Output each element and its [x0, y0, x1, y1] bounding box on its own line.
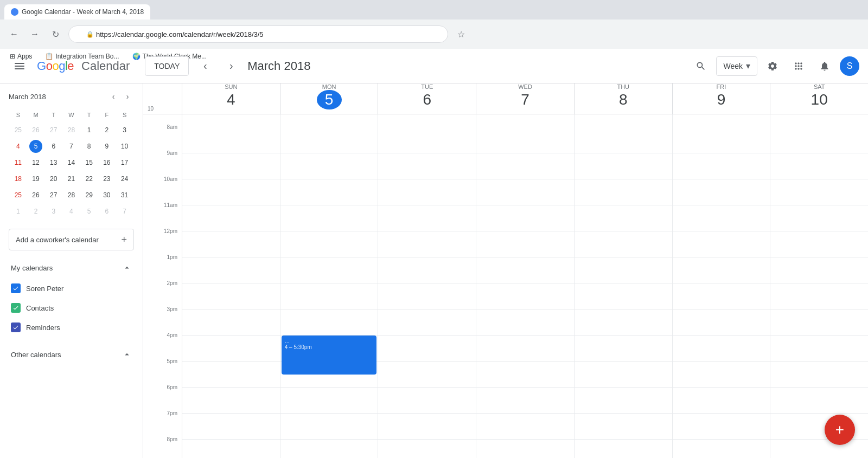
view-selector[interactable]: Week ▾	[716, 56, 757, 76]
mini-cal-day[interactable]: 16	[99, 155, 116, 170]
mini-cal-day[interactable]: 14	[63, 155, 80, 170]
day-header-sun[interactable]: SUN 4	[182, 83, 280, 114]
user-avatar[interactable]: S	[840, 56, 859, 76]
mini-cal-day[interactable]: 19	[28, 171, 44, 186]
mini-cal-day[interactable]: 2	[99, 122, 116, 138]
forward-button[interactable]: →	[27, 27, 42, 42]
mini-cal-day[interactable]: 6	[45, 139, 62, 154]
apps-grid-button[interactable]	[788, 55, 809, 77]
address-bar: ← → ↻ 🔒 https://calendar.google.com/cale…	[0, 20, 868, 49]
search-button[interactable]	[690, 55, 712, 77]
mini-cal-day[interactable]: 26	[28, 188, 44, 203]
mini-cal-day[interactable]: 27	[45, 122, 62, 138]
dow-sat: S	[116, 108, 133, 121]
col-sun[interactable]	[182, 114, 280, 458]
mini-cal-day[interactable]: 29	[81, 188, 98, 203]
add-coworker-button[interactable]: Add a coworker's calendar +	[9, 229, 134, 250]
mini-cal-day[interactable]: 26	[28, 122, 44, 138]
mini-cal-day[interactable]: 11	[10, 155, 27, 170]
col-mon[interactable]: ... 4 – 5:30pm	[280, 114, 379, 458]
checkbox-contacts[interactable]	[11, 303, 21, 313]
calendar-item-contacts[interactable]: Contacts	[9, 298, 134, 318]
collapse-icon	[122, 263, 132, 273]
mini-cal-day[interactable]: 25	[10, 188, 27, 203]
col-thu[interactable]	[575, 114, 673, 458]
plus-icon: +	[121, 234, 127, 246]
mini-cal-day[interactable]: 6	[99, 204, 116, 219]
notifications-button[interactable]	[814, 55, 835, 77]
reload-button[interactable]: ↻	[48, 27, 63, 42]
other-calendars-header[interactable]: Other calendars	[9, 344, 134, 365]
calendar-item-reminders[interactable]: Reminders	[9, 318, 134, 337]
mini-cal-day[interactable]: 12	[28, 155, 44, 170]
prev-week-button[interactable]: ‹	[195, 56, 215, 76]
mini-cal-day[interactable]: 1	[81, 122, 98, 138]
day-header-tue[interactable]: TUE 6	[378, 83, 476, 114]
mini-cal-day[interactable]: 3	[45, 204, 62, 219]
col-tue[interactable]	[378, 114, 476, 458]
mini-cal-day[interactable]: 7	[63, 139, 80, 154]
mini-cal-day[interactable]: 18	[10, 171, 27, 186]
mini-cal-day[interactable]: 21	[63, 171, 80, 186]
day-header-fri[interactable]: FRI 9	[673, 83, 771, 114]
mini-cal-day[interactable]: 22	[81, 171, 98, 186]
day-header-sat[interactable]: SAT 10	[770, 83, 868, 114]
mini-cal-day[interactable]: 5	[28, 139, 44, 154]
mini-cal-prev[interactable]: ‹	[107, 90, 120, 103]
mini-cal-day[interactable]: 1	[10, 204, 27, 219]
day-header-thu[interactable]: THU 8	[575, 83, 673, 114]
menu-button[interactable]	[9, 55, 30, 77]
mini-cal-day[interactable]: 20	[45, 171, 62, 186]
mini-cal-day[interactable]: 13	[45, 155, 62, 170]
mini-cal-day[interactable]: 5	[81, 204, 98, 219]
active-tab[interactable]: Google Calendar - Week of March 4, 2018	[4, 4, 150, 20]
mini-cal-day[interactable]: 15	[81, 155, 98, 170]
back-button[interactable]: ←	[7, 27, 22, 42]
calendar-label-soren: Soren Peter	[26, 285, 63, 293]
checkbox-soren[interactable]	[11, 283, 21, 293]
mini-cal-day[interactable]: 28	[63, 122, 80, 138]
col-wed[interactable]	[476, 114, 575, 458]
mini-cal-day[interactable]: 9	[99, 139, 116, 154]
mini-cal-day[interactable]: 4	[63, 204, 80, 219]
col-sat[interactable]	[770, 114, 868, 458]
mini-cal-next[interactable]: ›	[121, 90, 134, 103]
google-logo: Google	[37, 59, 74, 73]
col-fri[interactable]	[673, 114, 771, 458]
dow-fri: F	[99, 108, 116, 121]
mini-cal-day[interactable]: 17	[116, 155, 133, 170]
mini-cal-day[interactable]: 4	[10, 139, 27, 154]
tab-title: Google Calendar - Week of March 4, 2018	[22, 8, 144, 16]
app-container: Google Calendar TODAY ‹ › March 2018 Wee…	[0, 49, 868, 458]
bookmark-star[interactable]: ☆	[454, 27, 469, 42]
mini-cal-day[interactable]: 30	[99, 188, 116, 203]
mini-cal-day[interactable]: 7	[116, 204, 133, 219]
calendar-item-soren[interactable]: Soren Peter	[9, 279, 134, 298]
mini-cal-day[interactable]: 31	[116, 188, 133, 203]
current-month-label: March 2018	[247, 59, 684, 73]
time-8pm: 8pm	[143, 436, 182, 458]
other-calendars-title: Other calendars	[11, 351, 61, 359]
url-bar[interactable]: 🔒 https://calendar.google.com/calendar/r…	[68, 25, 448, 43]
mini-cal-day[interactable]: 2	[28, 204, 44, 219]
mini-cal-day[interactable]: 10	[116, 139, 133, 154]
mini-cal-day[interactable]: 27	[45, 188, 62, 203]
mini-cal-day[interactable]: 28	[63, 188, 80, 203]
day-headers: 10 SUN 4 MON 5 TUE 6 WED 7	[143, 83, 868, 114]
day-header-wed[interactable]: WED 7	[476, 83, 575, 114]
next-week-button[interactable]: ›	[221, 56, 241, 76]
mini-cal-title: March 2018	[9, 93, 46, 101]
checkbox-reminders[interactable]	[11, 322, 21, 332]
mini-cal-day[interactable]: 23	[99, 171, 116, 186]
my-calendars-header[interactable]: My calendars	[9, 257, 134, 279]
create-event-fab[interactable]: +	[825, 415, 855, 445]
mini-cal-day[interactable]: 3	[116, 122, 133, 138]
day-header-mon[interactable]: MON 5	[280, 83, 379, 114]
mini-cal-day[interactable]: 25	[10, 122, 27, 138]
time-5pm: 5pm	[143, 358, 182, 384]
mini-cal-day[interactable]: 8	[81, 139, 98, 154]
calendar-event[interactable]: ... 4 – 5:30pm	[282, 336, 377, 375]
today-button[interactable]: TODAY	[145, 56, 189, 76]
settings-button[interactable]	[762, 55, 783, 77]
mini-cal-day[interactable]: 24	[116, 171, 133, 186]
